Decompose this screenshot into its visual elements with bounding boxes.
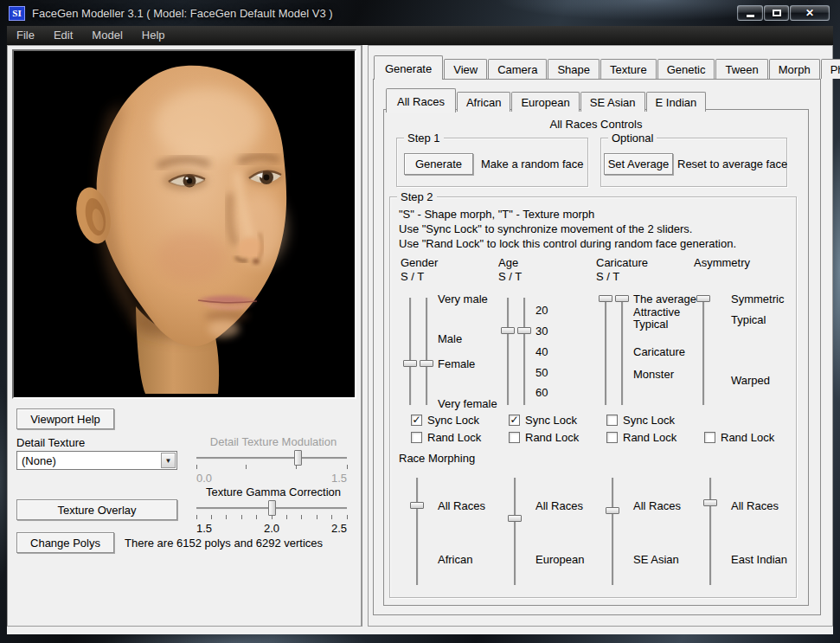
detail-texture-dropdown[interactable]: (None) ▼ [16,451,177,470]
detail-texture-value: (None) [17,454,161,467]
gender-sync-lock-checkbox-box[interactable]: ✓ [411,415,422,426]
race-east-indian-slider-track[interactable] [709,478,712,585]
content-area: Viewport Help Detail Texture (None) ▼ De… [7,45,833,634]
step1-legend: Step 1 [404,132,444,145]
caricature-t-slider-handle[interactable] [615,295,629,302]
change-polys-button[interactable]: Change Polys [16,532,114,553]
age-sync-lock-checkbox[interactable]: ✓Sync Lock [509,414,577,426]
gamma-slider-track[interactable] [196,507,347,510]
asymmetry-label-typical: Typical [731,313,766,326]
gamma-slider-handle[interactable] [268,500,276,516]
tab-view[interactable]: View [444,59,487,79]
asymmetry-rand-lock-checkbox-label: Rand Lock [721,431,774,444]
gender-s-slider-track[interactable] [409,298,412,405]
generate-button[interactable]: Generate [404,153,473,175]
tab-morph[interactable]: Morph [769,59,820,79]
menu-item-model[interactable]: Model [82,26,131,44]
age-label-60: 60 [535,386,548,399]
race-se-asian-slider-handle[interactable] [606,507,619,514]
modulation-slider-handle[interactable] [294,450,302,466]
right-panel: GenerateViewCameraShapeTextureGeneticTwe… [368,45,833,627]
race-morphing-label: Race Morphing [399,452,475,465]
subtab-african[interactable]: African [457,92,510,112]
texture-overlay-button[interactable]: Texture Overlay [16,499,177,520]
caricature-s-slider-handle[interactable] [599,295,612,302]
age-label-50: 50 [535,366,548,379]
age-sync-lock-checkbox-label: Sync Lock [525,414,577,427]
gender-label-very-male: Very male [438,293,488,305]
age-s-slider-track[interactable] [507,298,510,405]
viewport-3d[interactable] [12,49,356,399]
caricature-sync-lock-checkbox-box[interactable] [606,415,618,426]
asymmetry-slider-track[interactable] [702,298,705,405]
viewport-help-button[interactable]: Viewport Help [16,408,114,429]
race-european-label-all-races: All Races [535,499,583,512]
subtab-all-races[interactable]: All Races [386,88,456,113]
age-t-slider-handle[interactable] [517,327,531,334]
asymmetry-slider-handle[interactable] [696,295,710,302]
modulation-slider-track[interactable] [196,457,347,460]
close-button[interactable]: ✕ [790,5,830,21]
gamma-scale-labels: 1.52.02.5 [196,522,347,535]
subtab-european[interactable]: European [511,92,579,112]
dropdown-arrow-icon[interactable]: ▼ [161,453,176,468]
race-african-slider-handle[interactable] [410,502,424,509]
caricature-s-slider-track[interactable] [605,298,607,405]
age-sync-lock-checkbox-box[interactable]: ✓ [509,415,520,426]
gender-sync-lock-checkbox-label: Sync Lock [427,414,479,427]
age-rand-lock-checkbox[interactable]: Rand Lock [509,431,579,443]
asymmetry-rand-lock-checkbox[interactable]: Rand Lock [704,431,774,443]
caricature-sync-lock-checkbox[interactable]: Sync Lock [606,414,675,426]
tick-mark [296,465,297,469]
gender-rand-lock-checkbox-box[interactable] [411,432,422,443]
titlebar[interactable]: SI FaceGen Modeller 3.1 ( Model: FaceGen… [0,0,840,26]
gender-s-slider-handle[interactable] [403,360,417,367]
age-rand-lock-checkbox-box[interactable] [509,432,520,443]
caricature-rand-lock-checkbox[interactable]: Rand Lock [606,431,676,443]
caricature-rand-lock-checkbox-box[interactable] [606,432,618,443]
scale-label: 2.5 [331,522,347,535]
tick-mark [347,515,348,519]
panel-splitter[interactable] [362,45,368,627]
set-average-button[interactable]: Set Average [604,153,673,175]
step2-group: Step 2 "S" - Shape morph, "T" - Texture … [389,196,797,598]
window-title: FaceGen Modeller 3.1 ( Model: FaceGen De… [32,7,333,20]
caricature-label-monster: Monster [633,368,674,381]
menu-item-help[interactable]: Help [132,26,175,44]
gender-t-slider-track[interactable] [426,298,428,405]
slider-group-asymmetry: AsymmetrySymmetricTypicalWarped [692,256,789,414]
subtab-se-asian[interactable]: SE Asian [580,92,645,112]
gender-t-slider-handle[interactable] [420,360,433,367]
caricature-label-caricature: Caricature [633,345,685,358]
gender-rand-lock-checkbox[interactable]: Rand Lock [411,431,481,443]
race-se-asian-slider-track[interactable] [612,478,614,585]
gender-sync-lock-checkbox[interactable]: ✓Sync Lock [411,414,479,426]
maximize-button[interactable] [764,5,789,21]
tab-texture[interactable]: Texture [600,59,657,79]
race-european-slider-track[interactable] [514,478,516,585]
step1-desc: Make a random face [481,158,584,170]
optional-desc: Reset to average face [677,158,787,170]
asymmetry-rand-lock-checkbox-box[interactable] [704,432,715,443]
tab-genetic[interactable]: Genetic [657,59,715,79]
tab-photofit[interactable]: PhotoFit [821,59,840,79]
race-african-slider-track[interactable] [416,478,419,585]
caricature-t-slider-track[interactable] [621,298,624,405]
menu-item-edit[interactable]: Edit [44,26,82,44]
gender-label-very-female: Very female [438,397,497,410]
scale-label: 1.5 [331,472,347,485]
step2-instruction-line: "S" - Shape morph, "T" - Texture morph [399,208,594,221]
race-group-se-asian: All RacesSE Asian [594,478,691,585]
minimize-button[interactable] [737,5,763,21]
menu-item-file[interactable]: File [7,26,44,44]
step2-instruction-line: Use "Sync Lock" to synchronize movement … [399,222,692,235]
tab-camera[interactable]: Camera [488,59,547,79]
age-s-slider-handle[interactable] [501,327,515,334]
age-t-slider-track[interactable] [523,298,526,405]
subtab-e-indian[interactable]: E Indian [646,92,707,112]
tab-tween[interactable]: Tween [715,59,767,79]
race-east-indian-slider-handle[interactable] [703,499,717,506]
race-european-slider-handle[interactable] [508,515,522,522]
tab-generate[interactable]: Generate [374,55,443,80]
tab-shape[interactable]: Shape [548,59,600,79]
